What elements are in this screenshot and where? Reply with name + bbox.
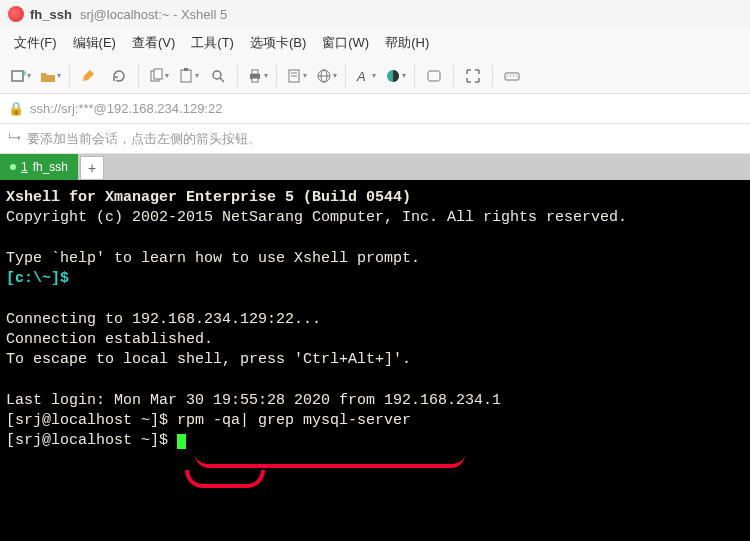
copy-icon[interactable]: [144, 63, 172, 89]
menu-window[interactable]: 窗口(W): [316, 32, 375, 54]
term-command: rpm -qa| grep mysql-server: [177, 412, 411, 429]
toolbar-separator: [492, 65, 493, 87]
toolbar: ＋ A: [0, 58, 750, 94]
keyboard-icon[interactable]: [498, 63, 526, 89]
title-rest: srj@localhost:~ - Xshell 5: [80, 7, 227, 22]
open-folder-icon[interactable]: [36, 63, 64, 89]
svg-rect-3: [154, 69, 162, 79]
terminal-cursor: [177, 434, 186, 449]
svg-rect-4: [181, 70, 191, 82]
new-session-icon[interactable]: ＋: [6, 63, 34, 89]
paste-icon[interactable]: [174, 63, 202, 89]
term-line: Xshell for Xmanager Enterprise 5 (Build …: [6, 189, 411, 206]
script-icon[interactable]: [420, 63, 448, 89]
svg-rect-10: [252, 78, 258, 82]
font-icon[interactable]: A: [351, 63, 379, 89]
toolbar-separator: [276, 65, 277, 87]
terminal[interactable]: Xshell for Xmanager Enterprise 5 (Build …: [0, 180, 750, 541]
address-text: ssh://srj:***@192.168.234.129:22: [30, 101, 222, 116]
arrow-icon[interactable]: ⮡: [8, 131, 21, 146]
svg-point-6: [213, 71, 221, 79]
properties-icon[interactable]: [282, 63, 310, 89]
menubar: 文件(F) 编辑(E) 查看(V) 工具(T) 选项卡(B) 窗口(W) 帮助(…: [0, 28, 750, 58]
lock-icon: 🔒: [8, 101, 24, 116]
color-icon[interactable]: [381, 63, 409, 89]
tab-bar: 1 fh_ssh +: [0, 154, 750, 180]
term-line: Connecting to 192.168.234.129:22...: [6, 311, 321, 328]
tab-label: fh_ssh: [33, 160, 68, 174]
info-hint: 要添加当前会话，点击左侧的箭头按钮。: [27, 130, 261, 148]
menu-tools[interactable]: 工具(T): [185, 32, 240, 54]
term-line: Copyright (c) 2002-2015 NetSarang Comput…: [6, 209, 627, 226]
menu-edit[interactable]: 编辑(E): [67, 32, 122, 54]
info-bar: ⮡ 要添加当前会话，点击左侧的箭头按钮。: [0, 124, 750, 154]
titlebar: fh_ssh srj@localhost:~ - Xshell 5: [0, 0, 750, 28]
term-prompt-remote: [srj@localhost ~]$: [6, 432, 177, 449]
title-session-name: fh_ssh: [30, 7, 72, 22]
svg-line-7: [220, 78, 224, 82]
term-prompt-remote: [srj@localhost ~]$: [6, 412, 177, 429]
address-bar[interactable]: 🔒 ssh://srj:***@192.168.234.129:22: [0, 94, 750, 124]
session-tab[interactable]: 1 fh_ssh: [0, 154, 78, 180]
menu-file[interactable]: 文件(F): [8, 32, 63, 54]
term-line: To escape to local shell, press 'Ctrl+Al…: [6, 351, 411, 368]
svg-rect-5: [184, 68, 188, 71]
tab-status-dot: [10, 164, 16, 170]
menu-tabs[interactable]: 选项卡(B): [244, 32, 312, 54]
tab-index: 1: [21, 160, 28, 174]
search-icon[interactable]: [204, 63, 232, 89]
globe-icon[interactable]: [312, 63, 340, 89]
add-tab-button[interactable]: +: [80, 156, 104, 180]
svg-rect-9: [252, 70, 258, 74]
toolbar-separator: [138, 65, 139, 87]
menu-help[interactable]: 帮助(H): [379, 32, 435, 54]
toolbar-separator: [453, 65, 454, 87]
reconnect-icon[interactable]: [105, 63, 133, 89]
svg-text:A: A: [356, 69, 366, 84]
print-icon[interactable]: [243, 63, 271, 89]
menu-view[interactable]: 查看(V): [126, 32, 181, 54]
term-line: Last login: Mon Mar 30 19:55:28 2020 fro…: [6, 392, 501, 409]
toolbar-separator: [237, 65, 238, 87]
fullscreen-icon[interactable]: [459, 63, 487, 89]
svg-text:＋: ＋: [20, 68, 26, 78]
toolbar-separator: [414, 65, 415, 87]
toolbar-separator: [345, 65, 346, 87]
term-line: Connection established.: [6, 331, 213, 348]
term-prompt-local: [c:\~]$: [6, 270, 69, 287]
app-icon: [8, 6, 24, 22]
toolbar-separator: [69, 65, 70, 87]
connect-icon[interactable]: [75, 63, 103, 89]
term-line: Type `help' to learn how to use Xshell p…: [6, 250, 420, 267]
